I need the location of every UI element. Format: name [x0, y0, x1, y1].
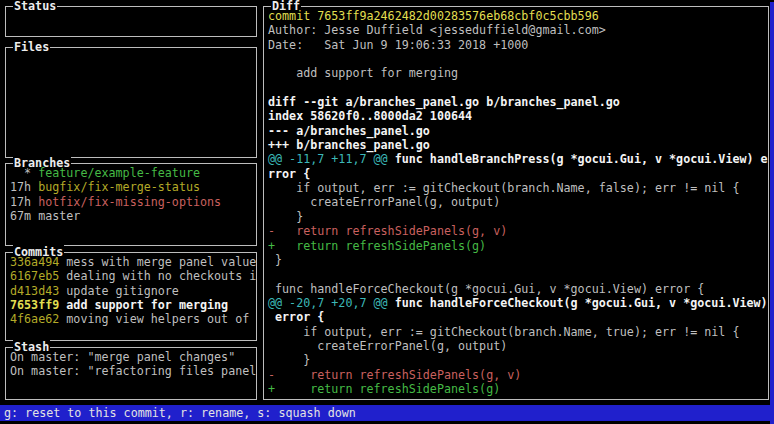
stash-item[interactable]: On master: "merge panel changes": [10, 350, 252, 364]
diff-line: - return refreshSidePanels(g, v): [268, 368, 764, 382]
commit-item[interactable]: d413d43 update gitignore: [10, 284, 252, 298]
branch-item[interactable]: 17h bugfix/fix-merge-status: [10, 180, 252, 194]
diff-line: [268, 267, 764, 281]
diff-line: rror {: [268, 167, 764, 181]
diff-line: createErrorPanel(g, output): [268, 195, 764, 209]
stash-panel[interactable]: Stash On master: "merge panel changes"On…: [5, 347, 257, 400]
commit-item[interactable]: 4f6ae62 moving view helpers out of: [10, 312, 252, 326]
diff-line: if output, err := gitCheckout(branch.Nam…: [268, 325, 764, 339]
branches-panel[interactable]: Branches * feature/example-feature17h bu…: [5, 163, 257, 246]
status-panel[interactable]: Status ↑?↓? feature/example-feature: [5, 6, 257, 37]
diff-panel[interactable]: Diff commit 7653ff9a2462482d00283576eb68…: [263, 6, 769, 400]
files-panel[interactable]: Files: [5, 47, 257, 158]
diff-line: }: [268, 210, 764, 224]
branch-item[interactable]: * feature/example-feature: [10, 166, 252, 180]
branch-item[interactable]: 67m master: [10, 209, 252, 223]
diff-line: createErrorPanel(g, output): [268, 339, 764, 353]
diff-line: add support for merging: [268, 66, 764, 80]
commit-item[interactable]: 7653ff9 add support for merging: [10, 298, 252, 312]
stash-item[interactable]: On master: "refactoring files panel: [10, 364, 252, 378]
diff-line: error {: [268, 310, 764, 324]
diff-line: Date: Sat Jun 9 19:06:33 2018 +1000: [268, 38, 764, 52]
commits-panel[interactable]: Commits 336a494 mess with merge panel va…: [5, 252, 257, 341]
diff-line: commit 7653ff9a2462482d00283576eb68cbf0c…: [268, 9, 764, 23]
diff-line: }: [268, 353, 764, 367]
diff-line: @@ -11,7 +11,7 @@ func handleBranchPress…: [268, 152, 764, 166]
diff-line: - return refreshSidePanels(g, v): [268, 224, 764, 238]
diff-line: @@ -20,7 +20,7 @@ func handleForceChecko…: [268, 296, 764, 310]
diff-line: [268, 81, 764, 95]
branch-item[interactable]: 17h hotfix/fix-missing-options: [10, 195, 252, 209]
diff-line: diff --git a/branches_panel.go b/branche…: [268, 95, 764, 109]
diff-line: + return refreshSidePanels(g): [268, 239, 764, 253]
diff-line: func handleForceCheckout(g *gocui.Gui, v…: [268, 282, 764, 296]
files-panel-body: [6, 48, 256, 157]
keybindings-bar: g: reset to this commit, r: rename, s: s…: [0, 405, 774, 421]
commits-panel-body: 336a494 mess with merge panel value6167e…: [6, 253, 256, 340]
diff-line: --- a/branches_panel.go: [268, 124, 764, 138]
diff-line: index 58620f0..8000da2 100644: [268, 109, 764, 123]
diff-line: + return refreshSidePanels(g): [268, 382, 764, 396]
commit-item[interactable]: 336a494 mess with merge panel value: [10, 255, 252, 269]
diff-line: Author: Jesse Duffield <jesseduffield@gm…: [268, 23, 764, 37]
status-panel-body: ↑?↓? feature/example-feature: [6, 7, 256, 36]
stash-panel-body: On master: "merge panel changes"On maste…: [6, 348, 256, 399]
diff-line: [268, 52, 764, 66]
branches-panel-body: * feature/example-feature17h bugfix/fix-…: [6, 164, 256, 245]
diff-line: }: [268, 253, 764, 267]
diff-line: +++ b/branches_panel.go: [268, 138, 764, 152]
scrollbar[interactable]: [770, 2, 774, 424]
diff-panel-body[interactable]: commit 7653ff9a2462482d00283576eb68cbf0c…: [264, 7, 768, 399]
commit-item[interactable]: 6167eb5 dealing with no checkouts i: [10, 269, 252, 283]
diff-line: if output, err := gitCheckout(branch.Nam…: [268, 181, 764, 195]
